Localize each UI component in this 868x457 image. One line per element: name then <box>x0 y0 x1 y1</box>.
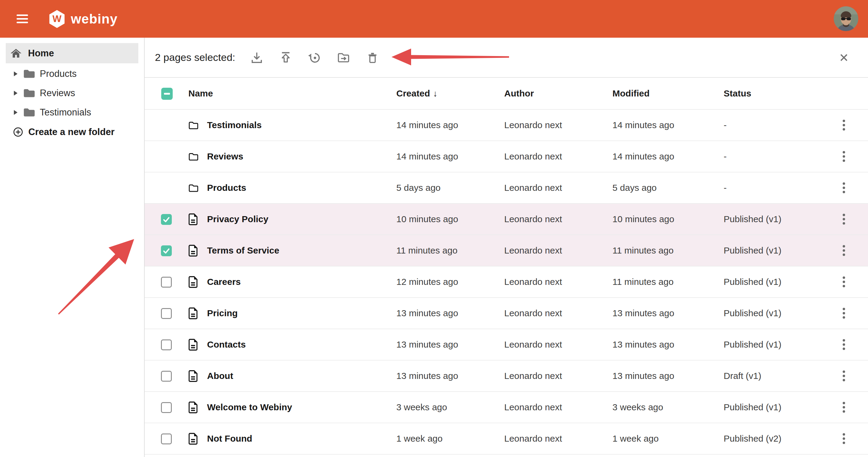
sidebar-folder-label: Products <box>40 68 76 79</box>
close-selection-button[interactable] <box>838 52 849 63</box>
row-name[interactable]: Welcome to Webiny <box>207 392 292 423</box>
row-author: Leonardo next <box>504 392 562 423</box>
row-name[interactable]: Careers <box>207 267 241 297</box>
plus-circle-icon <box>13 127 23 137</box>
row-modified: 14 minutes ago <box>613 110 674 141</box>
delete-button[interactable] <box>364 49 381 66</box>
folder-icon <box>188 183 199 193</box>
table-row[interactable]: Contacts 13 minutes ago Leonardo next 13… <box>145 329 868 361</box>
row-actions-menu-button[interactable] <box>841 243 847 258</box>
table-row[interactable]: Privacy Policy 10 minutes ago Leonardo n… <box>145 204 868 235</box>
page-icon <box>188 338 198 351</box>
chevron-right-icon[interactable] <box>14 71 18 76</box>
row-name[interactable]: Terms of Service <box>207 235 279 266</box>
chevron-right-icon[interactable] <box>14 110 18 115</box>
checkmark-icon <box>162 246 171 255</box>
table-row[interactable]: Careers 12 minutes ago Leonardo next 11 … <box>145 267 868 298</box>
row-checkbox[interactable] <box>161 371 172 382</box>
row-actions-menu-button[interactable] <box>841 181 847 195</box>
row-name[interactable]: Pricing <box>207 298 238 329</box>
row-checkbox[interactable] <box>161 245 172 256</box>
row-name[interactable]: Reviews <box>207 141 243 172</box>
row-actions-menu-button[interactable] <box>841 431 847 446</box>
row-modified: 11 minutes ago <box>613 267 674 297</box>
menu-icon[interactable] <box>17 14 28 23</box>
page-icon <box>188 276 198 288</box>
row-actions-menu-button[interactable] <box>841 118 847 132</box>
table-row[interactable]: Terms of Service 11 minutes ago Leonardo… <box>145 235 868 267</box>
svg-text:W: W <box>53 13 61 24</box>
table-row[interactable]: Reviews 14 minutes ago Leonardo next 14 … <box>145 141 868 173</box>
row-name[interactable]: Not Found <box>207 423 252 454</box>
row-actions-menu-button[interactable] <box>841 337 847 352</box>
row-status: - <box>724 110 727 141</box>
row-status: Draft (v1) <box>724 361 761 391</box>
column-header-author[interactable]: Author <box>504 78 534 109</box>
row-name[interactable]: Testimonials <box>207 110 261 141</box>
table-row[interactable]: Products 5 days ago Leonardo next 5 days… <box>145 173 868 204</box>
sidebar-folder-item[interactable]: Reviews <box>0 84 144 103</box>
table-row[interactable]: Welcome to Webiny 3 weeks ago Leonardo n… <box>145 392 868 423</box>
row-actions-menu-button[interactable] <box>841 212 847 226</box>
folder-icon <box>23 107 36 118</box>
row-created: 14 minutes ago <box>396 141 458 172</box>
create-folder-button[interactable]: Create a new folder <box>13 127 115 138</box>
select-all-checkbox[interactable] <box>161 88 173 100</box>
create-folder-label: Create a new folder <box>28 127 115 138</box>
row-name[interactable]: Products <box>207 173 246 203</box>
row-created: 13 minutes ago <box>396 329 458 360</box>
table-header: Name Created ↓ Author Modified Status <box>145 78 868 110</box>
row-created: 13 minutes ago <box>396 298 458 329</box>
row-actions-menu-button[interactable] <box>841 275 847 289</box>
webiny-logo[interactable]: W webiny <box>49 10 118 28</box>
row-name[interactable]: Privacy Policy <box>207 204 268 235</box>
column-header-status[interactable]: Status <box>724 78 751 109</box>
publish-button[interactable] <box>277 49 294 66</box>
page-list-panel: 2 pages selected: <box>145 38 868 457</box>
row-created: 5 days ago <box>396 173 441 203</box>
row-name[interactable]: About <box>207 361 233 391</box>
row-name[interactable]: Contacts <box>207 329 246 360</box>
row-actions-menu-button[interactable] <box>841 149 847 164</box>
sidebar-item-home[interactable]: Home <box>6 43 138 63</box>
folder-icon <box>188 120 199 130</box>
annotation-arrow-toolbar <box>391 48 510 66</box>
column-header-name[interactable]: Name <box>188 78 213 109</box>
restore-button[interactable] <box>306 49 323 66</box>
row-checkbox[interactable] <box>161 402 172 413</box>
folder-icon <box>188 152 199 161</box>
row-checkbox[interactable] <box>161 214 172 225</box>
sidebar-home-label: Home <box>28 48 54 59</box>
column-header-modified[interactable]: Modified <box>613 78 650 109</box>
row-checkbox[interactable] <box>161 433 172 444</box>
row-checkbox[interactable] <box>161 277 172 287</box>
row-author: Leonardo next <box>504 267 562 297</box>
row-checkbox[interactable] <box>161 339 172 350</box>
row-modified: 13 minutes ago <box>613 298 674 329</box>
table-row[interactable]: About 13 minutes ago Leonardo next 13 mi… <box>145 361 868 392</box>
download-button[interactable] <box>248 49 265 66</box>
chevron-right-icon[interactable] <box>14 91 18 96</box>
row-status: Published (v1) <box>724 329 781 360</box>
user-avatar[interactable] <box>834 6 858 31</box>
row-author: Leonardo next <box>504 173 562 203</box>
table-row[interactable]: Pricing 13 minutes ago Leonardo next 13 … <box>145 298 868 329</box>
move-to-folder-button[interactable] <box>335 49 352 66</box>
row-actions-menu-button[interactable] <box>841 306 847 321</box>
row-author: Leonardo next <box>504 204 562 235</box>
page-icon <box>188 307 198 319</box>
sidebar-folder-item[interactable]: Testimonials <box>0 103 144 122</box>
page-icon <box>188 370 198 382</box>
table-row[interactable]: Not Found 1 week ago Leonardo next 1 wee… <box>145 423 868 455</box>
row-created: 3 weeks ago <box>396 392 447 423</box>
sidebar-folder-list: Products Reviews Testimonials <box>0 64 144 122</box>
sidebar-folder-item[interactable]: Products <box>0 64 144 84</box>
row-actions-menu-button[interactable] <box>841 369 847 383</box>
column-header-created[interactable]: Created ↓ <box>396 78 437 109</box>
row-checkbox[interactable] <box>161 308 172 319</box>
row-actions-menu-button[interactable] <box>841 400 847 415</box>
table-row[interactable]: Testimonials 14 minutes ago Leonardo nex… <box>145 110 868 141</box>
row-author: Leonardo next <box>504 141 562 172</box>
folder-icon <box>23 69 36 79</box>
sidebar-folder-label: Reviews <box>40 88 75 98</box>
